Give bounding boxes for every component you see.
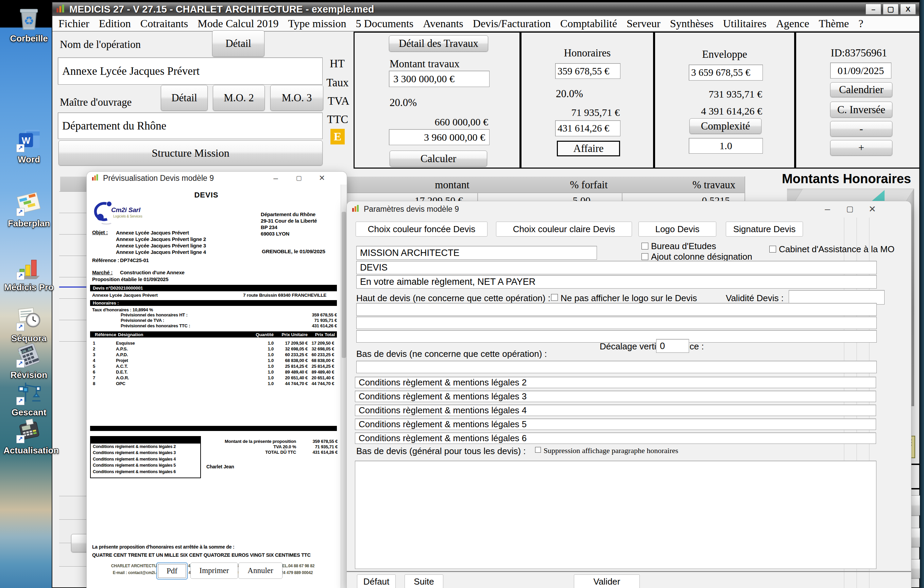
maximize-button[interactable]: ▢ (290, 171, 307, 184)
devis-item-row: 7 A.O.R. 1.0 20 651,40 € 20 651,40 € (90, 375, 337, 381)
minus-button[interactable]: - (830, 121, 893, 137)
bas-devis-textarea[interactable] (355, 461, 876, 569)
mo-detail-button[interactable]: Détail (161, 85, 208, 111)
minimize-button[interactable]: – (818, 201, 837, 217)
shortcut-arrow-icon: ↗ (16, 397, 25, 405)
desktop-icon-word[interactable]: W ↗ Word (3, 127, 54, 165)
desktop-icon-faberplan[interactable]: ↗ Faberplan (3, 190, 54, 229)
scrollbar-thumb[interactable] (342, 212, 346, 358)
suppression-checkbox[interactable] (535, 447, 541, 453)
detail-travaux-button[interactable]: Détail des Travaux (389, 35, 488, 52)
condition-field[interactable]: Conditions règlement & mentions légales … (355, 377, 876, 388)
annuler-button[interactable]: Annuler (238, 563, 282, 579)
menu-item[interactable]: Utilitaires (718, 17, 771, 30)
logo-hide-checkbox[interactable] (551, 294, 558, 301)
operation-detail-button[interactable]: Détail (212, 30, 264, 57)
condition-field[interactable]: Conditions règlement & mentions légales … (355, 433, 876, 444)
desktop-icon-medicis-pro[interactable]: ↗ Médicis Pro (3, 254, 54, 293)
menu-item[interactable]: Mode Calcul 2019 (193, 17, 283, 30)
bas-devis-field[interactable] (356, 361, 877, 373)
menu-item[interactable]: Avenants (418, 17, 468, 30)
complexite-coefficient-field[interactable]: 1.0 (689, 138, 763, 154)
shortcut-arrow-icon: ↗ (16, 144, 25, 152)
minimize-button[interactable]: – (866, 4, 881, 15)
travaux-panel: Détail des Travaux Montant travaux 3 300… (353, 31, 520, 169)
affaire-button[interactable]: Affaire (557, 141, 620, 156)
ajout-colonne-checkbox[interactable] (642, 253, 648, 260)
desktop-icon-corbeille[interactable]: ♻ Corbeille (3, 5, 54, 44)
haut-devis-field-3[interactable] (356, 330, 877, 343)
haut-devis-field-2[interactable] (356, 317, 877, 329)
calendrier-button[interactable]: Calendrier (830, 82, 893, 97)
reglement-field[interactable]: En votre aimable règlement, NET A PAYER (356, 275, 877, 288)
c-inversee-button[interactable]: C. Inversée (830, 102, 893, 118)
logo-devis-button[interactable]: Logo Devis (639, 222, 716, 237)
signature-devis-button[interactable]: Signature Devis (726, 222, 803, 237)
mo3-button[interactable]: M.O. 3 (270, 85, 323, 111)
plus-button[interactable]: + (830, 140, 893, 156)
pdf-button[interactable]: Pdf (157, 563, 188, 580)
defaut-button[interactable]: Défaut (357, 575, 396, 588)
menu-item[interactable]: 5 Documents (351, 17, 419, 30)
enveloppe-ht-field[interactable]: 3 659 678,55 € (689, 64, 763, 81)
menu-item[interactable]: Serveur (622, 17, 665, 30)
condition-field[interactable]: Conditions règlement & mentions légales … (355, 405, 876, 416)
footer-separator (347, 571, 911, 572)
maximize-button[interactable]: ▢ (840, 201, 860, 217)
condition-field[interactable]: Conditions règlement & mentions légales … (355, 419, 876, 430)
signer-name: Charlet Jean (206, 464, 234, 469)
date-field[interactable]: 01/09/2025 (830, 63, 891, 79)
ttc-label: TTC (327, 113, 348, 126)
close-button[interactable]: ✕ (314, 171, 330, 184)
structure-mission-button[interactable]: Structure Mission (58, 140, 323, 166)
menu-item[interactable]: Comptabilité (556, 17, 622, 30)
menu-item[interactable]: ? (854, 17, 868, 30)
item-designation: Projet (116, 358, 128, 363)
operation-name-field[interactable]: Annexe Lycée Jacques Prévert (58, 58, 323, 85)
haut-devis-field-1[interactable] (356, 303, 877, 316)
mission-field[interactable]: MISSION ARCHITECTE (356, 246, 597, 260)
menu-item[interactable]: Agence (771, 17, 814, 30)
condition-field[interactable]: Conditions règlement & mentions légales … (355, 391, 876, 402)
honoraires-ht-field[interactable]: 359 678,55 € (555, 63, 620, 79)
decalage-field[interactable]: 0 (656, 339, 689, 353)
devis-item-row: 1 Esquisse 1.0 17 209,50 € 17 209,50 € (90, 341, 337, 346)
montant-ht-field[interactable]: 3 300 000,00 € (389, 71, 490, 87)
menu-item[interactable]: Fichier (54, 17, 94, 30)
desktop-icon-gescant[interactable]: ↗ Gescant (3, 379, 54, 418)
montant-ttc-field[interactable]: 3 960 000,00 € (389, 129, 490, 145)
honoraires-ttc-field[interactable]: 431 614,26 € (555, 120, 620, 136)
menu-item[interactable]: Synthèses (665, 17, 718, 30)
desktop-icon-sequora[interactable]: ↗ Séquora (3, 305, 54, 344)
imprimer-button[interactable]: Imprimer (190, 563, 238, 579)
couleur-foncee-button[interactable]: Choix couleur foncée Devis (356, 222, 487, 237)
menu-item[interactable]: Type mission (283, 17, 351, 30)
suite-button[interactable]: Suite (404, 575, 443, 588)
devis-title-field[interactable]: DEVIS (356, 261, 877, 274)
desktop-icon-actualisation[interactable]: ↗ Actualisation (3, 417, 54, 456)
close-button[interactable]: ✕ (863, 201, 882, 217)
item-total-price: 20 651,40 € (263, 375, 334, 380)
menu-item[interactable]: Cotraitants (135, 17, 193, 30)
preview-titlebar[interactable]: Prévisualisation Devis modèle 9 (87, 171, 347, 184)
menu-item[interactable]: Devis/Facturation (468, 17, 556, 30)
valider-button[interactable]: Valider (574, 575, 640, 588)
close-button[interactable]: X (900, 4, 916, 15)
menu-item[interactable]: Thème (814, 17, 854, 30)
minimize-button[interactable]: – (267, 171, 284, 184)
calculer-button[interactable]: Calculer (389, 151, 487, 166)
maximize-button[interactable]: ▢ (883, 4, 899, 15)
validite-field[interactable] (789, 290, 884, 305)
complexite-button[interactable]: Complexité (690, 118, 762, 134)
main-titlebar[interactable]: MEDICIS 27 - V 27.15 - CHARLET ARCHITECT… (52, 2, 919, 16)
preview-scrollbar[interactable] (341, 184, 347, 588)
menu-list: FichierEditionCotraitantsMode Calcul 201… (52, 16, 919, 31)
cabinet-assistance-checkbox[interactable] (769, 246, 776, 252)
desktop-icon-revision[interactable]: 1236.88 ↗ Révision (3, 342, 54, 380)
couleur-claire-button[interactable]: Choix couleur claire Devis (496, 222, 632, 237)
mo2-button[interactable]: M.O. 2 (213, 85, 265, 111)
devis-item-row: 4 Projet 1.0 68 838,00 € 68 838,00 € (90, 358, 337, 364)
mo-name-field[interactable]: Département du Rhône (58, 112, 323, 139)
menu-item[interactable]: Edition (94, 17, 135, 30)
bureau-etudes-checkbox[interactable] (642, 243, 648, 249)
